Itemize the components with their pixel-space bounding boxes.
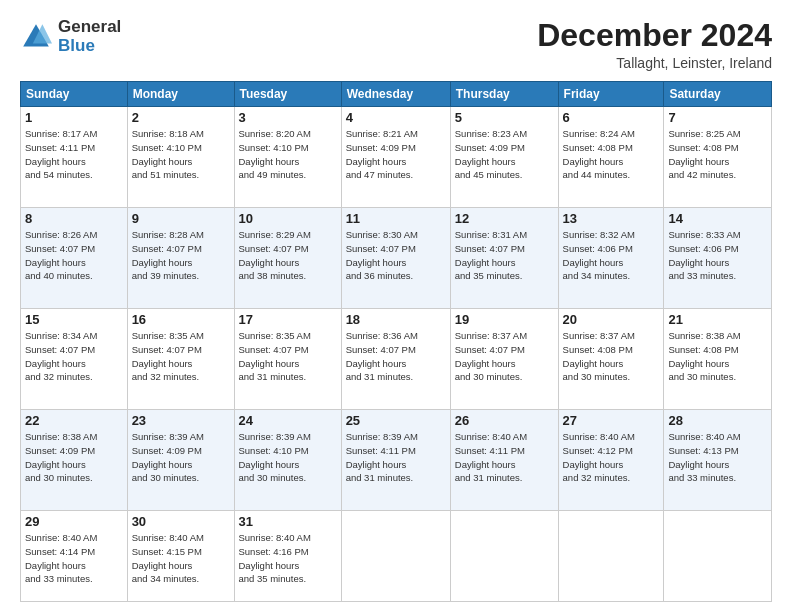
month-title: December 2024	[537, 18, 772, 53]
day-info: Sunrise: 8:40 AMSunset: 4:15 PMDaylight …	[132, 532, 204, 584]
calendar-cell: 12Sunrise: 8:31 AMSunset: 4:07 PMDayligh…	[450, 208, 558, 309]
calendar-cell: 27Sunrise: 8:40 AMSunset: 4:12 PMDayligh…	[558, 410, 664, 511]
day-info: Sunrise: 8:30 AMSunset: 4:07 PMDaylight …	[346, 229, 418, 281]
day-info: Sunrise: 8:38 AMSunset: 4:09 PMDaylight …	[25, 431, 97, 483]
calendar-cell: 15Sunrise: 8:34 AMSunset: 4:07 PMDayligh…	[21, 309, 128, 410]
day-number: 20	[563, 312, 660, 327]
week-row-1: 1Sunrise: 8:17 AMSunset: 4:11 PMDaylight…	[21, 107, 772, 208]
page: General Blue December 2024 Tallaght, Lei…	[0, 0, 792, 612]
calendar-cell: 23Sunrise: 8:39 AMSunset: 4:09 PMDayligh…	[127, 410, 234, 511]
calendar-cell: 1Sunrise: 8:17 AMSunset: 4:11 PMDaylight…	[21, 107, 128, 208]
day-info: Sunrise: 8:23 AMSunset: 4:09 PMDaylight …	[455, 128, 527, 180]
calendar-cell: 13Sunrise: 8:32 AMSunset: 4:06 PMDayligh…	[558, 208, 664, 309]
day-number: 30	[132, 514, 230, 529]
day-number: 27	[563, 413, 660, 428]
day-number: 2	[132, 110, 230, 125]
day-number: 7	[668, 110, 767, 125]
day-info: Sunrise: 8:31 AMSunset: 4:07 PMDaylight …	[455, 229, 527, 281]
col-header-wednesday: Wednesday	[341, 82, 450, 107]
calendar-cell: 22Sunrise: 8:38 AMSunset: 4:09 PMDayligh…	[21, 410, 128, 511]
col-header-friday: Friday	[558, 82, 664, 107]
day-number: 8	[25, 211, 123, 226]
calendar-cell: 18Sunrise: 8:36 AMSunset: 4:07 PMDayligh…	[341, 309, 450, 410]
day-number: 19	[455, 312, 554, 327]
col-header-monday: Monday	[127, 82, 234, 107]
day-number: 23	[132, 413, 230, 428]
week-row-3: 15Sunrise: 8:34 AMSunset: 4:07 PMDayligh…	[21, 309, 772, 410]
calendar-cell: 24Sunrise: 8:39 AMSunset: 4:10 PMDayligh…	[234, 410, 341, 511]
day-info: Sunrise: 8:29 AMSunset: 4:07 PMDaylight …	[239, 229, 311, 281]
day-info: Sunrise: 8:28 AMSunset: 4:07 PMDaylight …	[132, 229, 204, 281]
day-number: 17	[239, 312, 337, 327]
calendar-cell: 4Sunrise: 8:21 AMSunset: 4:09 PMDaylight…	[341, 107, 450, 208]
day-number: 15	[25, 312, 123, 327]
day-info: Sunrise: 8:39 AMSunset: 4:10 PMDaylight …	[239, 431, 311, 483]
day-number: 16	[132, 312, 230, 327]
day-info: Sunrise: 8:36 AMSunset: 4:07 PMDaylight …	[346, 330, 418, 382]
day-number: 13	[563, 211, 660, 226]
calendar-cell: 6Sunrise: 8:24 AMSunset: 4:08 PMDaylight…	[558, 107, 664, 208]
logo: General Blue	[20, 18, 121, 55]
calendar-cell: 14Sunrise: 8:33 AMSunset: 4:06 PMDayligh…	[664, 208, 772, 309]
calendar-cell: 28Sunrise: 8:40 AMSunset: 4:13 PMDayligh…	[664, 410, 772, 511]
day-number: 29	[25, 514, 123, 529]
day-info: Sunrise: 8:38 AMSunset: 4:08 PMDaylight …	[668, 330, 740, 382]
day-info: Sunrise: 8:17 AMSunset: 4:11 PMDaylight …	[25, 128, 97, 180]
calendar-cell: 3Sunrise: 8:20 AMSunset: 4:10 PMDaylight…	[234, 107, 341, 208]
day-info: Sunrise: 8:40 AMSunset: 4:16 PMDaylight …	[239, 532, 311, 584]
day-info: Sunrise: 8:40 AMSunset: 4:14 PMDaylight …	[25, 532, 97, 584]
calendar-cell: 20Sunrise: 8:37 AMSunset: 4:08 PMDayligh…	[558, 309, 664, 410]
day-number: 21	[668, 312, 767, 327]
day-number: 31	[239, 514, 337, 529]
week-row-4: 22Sunrise: 8:38 AMSunset: 4:09 PMDayligh…	[21, 410, 772, 511]
logo-icon	[20, 21, 52, 53]
day-info: Sunrise: 8:25 AMSunset: 4:08 PMDaylight …	[668, 128, 740, 180]
day-number: 1	[25, 110, 123, 125]
calendar-cell	[450, 511, 558, 602]
title-block: December 2024 Tallaght, Leinster, Irelan…	[537, 18, 772, 71]
day-info: Sunrise: 8:39 AMSunset: 4:09 PMDaylight …	[132, 431, 204, 483]
day-info: Sunrise: 8:32 AMSunset: 4:06 PMDaylight …	[563, 229, 635, 281]
col-header-saturday: Saturday	[664, 82, 772, 107]
day-number: 14	[668, 211, 767, 226]
day-info: Sunrise: 8:21 AMSunset: 4:09 PMDaylight …	[346, 128, 418, 180]
calendar-cell: 30Sunrise: 8:40 AMSunset: 4:15 PMDayligh…	[127, 511, 234, 602]
day-info: Sunrise: 8:33 AMSunset: 4:06 PMDaylight …	[668, 229, 740, 281]
location: Tallaght, Leinster, Ireland	[537, 55, 772, 71]
calendar-cell: 11Sunrise: 8:30 AMSunset: 4:07 PMDayligh…	[341, 208, 450, 309]
col-header-sunday: Sunday	[21, 82, 128, 107]
calendar-cell: 25Sunrise: 8:39 AMSunset: 4:11 PMDayligh…	[341, 410, 450, 511]
calendar-cell: 5Sunrise: 8:23 AMSunset: 4:09 PMDaylight…	[450, 107, 558, 208]
day-number: 11	[346, 211, 446, 226]
calendar-cell: 17Sunrise: 8:35 AMSunset: 4:07 PMDayligh…	[234, 309, 341, 410]
logo-general: General	[58, 18, 121, 37]
day-number: 4	[346, 110, 446, 125]
calendar-cell	[341, 511, 450, 602]
day-info: Sunrise: 8:39 AMSunset: 4:11 PMDaylight …	[346, 431, 418, 483]
day-number: 28	[668, 413, 767, 428]
day-number: 9	[132, 211, 230, 226]
header: General Blue December 2024 Tallaght, Lei…	[20, 18, 772, 71]
day-info: Sunrise: 8:35 AMSunset: 4:07 PMDaylight …	[239, 330, 311, 382]
day-number: 18	[346, 312, 446, 327]
day-info: Sunrise: 8:18 AMSunset: 4:10 PMDaylight …	[132, 128, 204, 180]
day-info: Sunrise: 8:24 AMSunset: 4:08 PMDaylight …	[563, 128, 635, 180]
calendar-cell	[664, 511, 772, 602]
calendar-cell: 7Sunrise: 8:25 AMSunset: 4:08 PMDaylight…	[664, 107, 772, 208]
logo-text: General Blue	[58, 18, 121, 55]
day-info: Sunrise: 8:20 AMSunset: 4:10 PMDaylight …	[239, 128, 311, 180]
calendar-cell: 21Sunrise: 8:38 AMSunset: 4:08 PMDayligh…	[664, 309, 772, 410]
day-number: 6	[563, 110, 660, 125]
col-header-thursday: Thursday	[450, 82, 558, 107]
day-number: 12	[455, 211, 554, 226]
calendar-header-row: SundayMondayTuesdayWednesdayThursdayFrid…	[21, 82, 772, 107]
calendar-cell: 26Sunrise: 8:40 AMSunset: 4:11 PMDayligh…	[450, 410, 558, 511]
day-number: 3	[239, 110, 337, 125]
calendar-cell: 19Sunrise: 8:37 AMSunset: 4:07 PMDayligh…	[450, 309, 558, 410]
week-row-2: 8Sunrise: 8:26 AMSunset: 4:07 PMDaylight…	[21, 208, 772, 309]
day-info: Sunrise: 8:37 AMSunset: 4:08 PMDaylight …	[563, 330, 635, 382]
day-number: 5	[455, 110, 554, 125]
day-info: Sunrise: 8:37 AMSunset: 4:07 PMDaylight …	[455, 330, 527, 382]
day-number: 10	[239, 211, 337, 226]
calendar-cell: 29Sunrise: 8:40 AMSunset: 4:14 PMDayligh…	[21, 511, 128, 602]
